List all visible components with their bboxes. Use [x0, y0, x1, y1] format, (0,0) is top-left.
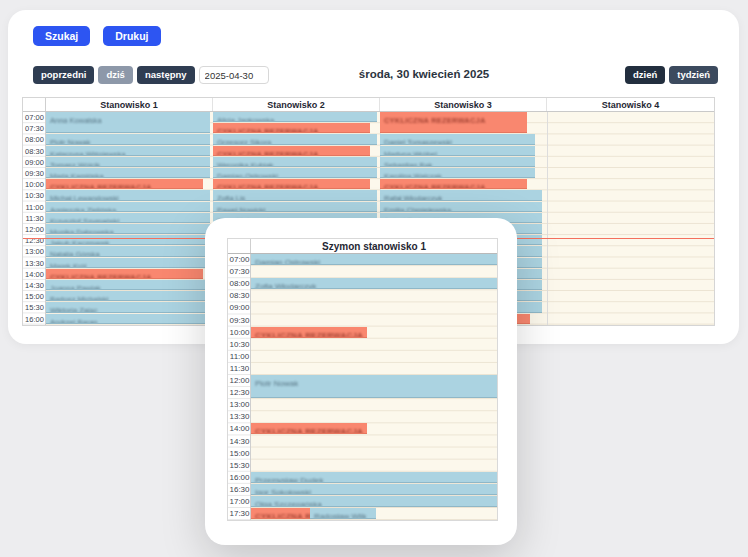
- event-label: Wiktoria Zając: [46, 305, 98, 312]
- reservation-event[interactable]: Bartosz Michalski: [46, 291, 210, 301]
- event-label: Damian Ostrowski: [251, 257, 320, 265]
- employee-schedule-modal: Szymon stanowisko 107:0007:3008:0008:300…: [205, 218, 517, 545]
- reservation-event[interactable]: Daniel Tomaszewski: [380, 134, 535, 144]
- column-divider: [547, 112, 548, 325]
- recurring-reservation-event[interactable]: CYKLICZNA REZERWACJA: [46, 269, 203, 279]
- event-label: Piotr Nowak: [251, 378, 298, 390]
- reservation-event[interactable]: Sebastian Bąk: [380, 157, 535, 167]
- reservation-event[interactable]: Paweł Nowicki: [213, 202, 377, 212]
- reservation-event[interactable]: Piotr Nowak: [46, 134, 210, 144]
- event-label: Natalia Górska: [46, 249, 100, 256]
- recurring-reservation-event[interactable]: CYKLICZNA REZERWACJA: [251, 423, 367, 434]
- reservation-event[interactable]: Grzegorz Sikora: [213, 134, 377, 144]
- time-label: 13:00: [228, 399, 251, 411]
- view-switch-group: dzień tydzień: [625, 66, 718, 84]
- time-label: 14:00: [228, 423, 251, 435]
- time-label: 07:30: [23, 123, 46, 134]
- reservation-event[interactable]: Andrzej Baran: [46, 314, 210, 324]
- event-label: Zofia Włodarczyk: [251, 281, 316, 289]
- reservation-event[interactable]: Jakub Kaczmarek: [46, 235, 210, 245]
- reservation-event[interactable]: Weronika Kubiak: [213, 157, 377, 167]
- time-label: 09:30: [23, 168, 46, 179]
- event-label: CYKLICZNA REZERWACJA: [213, 149, 319, 156]
- reservation-event[interactable]: Radosław Wilk: [310, 508, 376, 519]
- reservation-event[interactable]: Natalia Górska: [46, 246, 210, 256]
- reservation-event[interactable]: Michał Lewandowski: [46, 190, 210, 200]
- reservation-event[interactable]: Agnieszka Zielińska: [46, 202, 210, 212]
- event-label: CYKLICZNA REZERWACJA: [46, 182, 152, 189]
- time-label: 17:30: [228, 508, 251, 520]
- event-label: Krzysztof Szymański: [46, 216, 119, 223]
- reservation-event[interactable]: Anna Kowalska: [46, 112, 210, 133]
- recurring-reservation-event[interactable]: CYKLICZNA REZERWACJA: [46, 179, 203, 189]
- event-label: CYKLICZNA REZERWACJA: [46, 272, 152, 279]
- time-label: 13:00: [23, 246, 46, 257]
- time-label: 11:30: [23, 213, 46, 224]
- event-label: CYKLICZNA REZERWACJA: [380, 115, 486, 126]
- time-label: 10:00: [228, 327, 251, 339]
- recurring-reservation-event[interactable]: CYKLICZNA REZERWACJA: [213, 179, 370, 189]
- reservation-event[interactable]: Tomasz Wójcik: [46, 157, 210, 167]
- reservation-event[interactable]: Piotr Nowak: [251, 375, 497, 398]
- reservation-event[interactable]: Maria Kamińska: [46, 168, 210, 178]
- reservation-event[interactable]: Igor Sokołowski: [251, 484, 497, 495]
- event-label: Katarzyna Wiśniewska: [46, 149, 125, 156]
- event-label: Martyna Wróbel: [380, 149, 437, 156]
- event-label: Piotr Nowak: [46, 137, 90, 144]
- event-label: Sebastian Bąk: [380, 160, 432, 167]
- previous-day-button[interactable]: poprzedni: [33, 66, 94, 84]
- reservation-event[interactable]: Damian Ostrowski: [213, 168, 377, 178]
- event-label: Igor Sokołowski: [251, 487, 311, 495]
- event-label: Tomasz Wójcik: [46, 160, 100, 167]
- reservation-event[interactable]: Zofia Lis: [213, 190, 377, 200]
- reservation-event[interactable]: Marek Król: [46, 258, 210, 268]
- reservation-event[interactable]: Krzysztof Szymański: [46, 213, 210, 223]
- reservation-event[interactable]: Joanna Pawlak: [46, 280, 210, 290]
- event-label: Emilia Chmielewska: [380, 205, 451, 212]
- time-label: 11:00: [228, 351, 251, 363]
- time-label: 07:30: [228, 266, 251, 278]
- time-label: 08:00: [228, 278, 251, 290]
- recurring-reservation-event[interactable]: CYKLICZNA REZERWACJA: [213, 123, 370, 133]
- event-label: Karolina Walczak: [380, 171, 442, 178]
- event-label: CYKLICZNA REZERWACJA: [213, 126, 319, 133]
- week-view-button[interactable]: tydzień: [669, 66, 718, 84]
- recurring-reservation-event[interactable]: CYKLICZNA REZERWACJA: [251, 508, 310, 519]
- event-label: Daniel Tomaszewski: [380, 137, 452, 144]
- next-day-button[interactable]: następny: [137, 66, 195, 84]
- reservation-event[interactable]: Karolina Walczak: [380, 168, 535, 178]
- reservation-event[interactable]: Katarzyna Wiśniewska: [46, 146, 210, 156]
- reservation-event[interactable]: Wiktoria Zając: [46, 302, 210, 312]
- reservation-event[interactable]: Zofia Włodarczyk: [251, 278, 497, 289]
- print-button[interactable]: Drukuj: [103, 26, 160, 46]
- reservation-event[interactable]: Martyna Wróbel: [380, 146, 535, 156]
- recurring-reservation-event[interactable]: CYKLICZNA REZERWACJA: [213, 146, 370, 156]
- event-label: Bartosz Michalski: [46, 294, 108, 301]
- recurring-reservation-event[interactable]: CYKLICZNA REZERWACJA: [251, 327, 367, 338]
- event-label: Przemysław Dudek: [251, 475, 323, 483]
- day-view-button[interactable]: dzień: [625, 66, 665, 84]
- search-button[interactable]: Szukaj: [33, 26, 90, 46]
- time-label: 15:00: [228, 448, 251, 460]
- navigation-toolbar: poprzedni dziś następny środa, 30 kwieci…: [8, 66, 739, 86]
- column-header: Stanowisko 3: [380, 98, 547, 111]
- event-label: Anna Kowalska: [46, 115, 102, 126]
- time-label: 10:30: [23, 190, 46, 201]
- recurring-reservation-event[interactable]: CYKLICZNA REZERWACJA: [380, 112, 527, 133]
- event-label: CYKLICZNA REZERWACJA: [380, 182, 486, 189]
- reservation-event[interactable]: Alicja Jankowska: [213, 112, 377, 122]
- reservation-event[interactable]: Damian Ostrowski: [251, 254, 497, 265]
- reservation-event[interactable]: Monika Dąbrowska: [46, 224, 210, 234]
- time-label: 09:00: [23, 157, 46, 168]
- event-label: Damian Ostrowski: [213, 171, 278, 178]
- recurring-reservation-event[interactable]: CYKLICZNA REZERWACJA: [380, 179, 527, 189]
- reservation-event[interactable]: Olga Szczepańska: [251, 496, 497, 507]
- reservation-event[interactable]: Rafał Włodarczyk: [380, 190, 542, 200]
- date-input[interactable]: [199, 66, 269, 84]
- reservation-event[interactable]: Przemysław Dudek: [251, 472, 497, 483]
- time-label: 13:30: [228, 411, 251, 423]
- event-label: Jakub Kaczmarek: [46, 238, 110, 245]
- today-button[interactable]: dziś: [98, 66, 132, 84]
- action-toolbar: Szukaj Drukuj: [33, 26, 161, 46]
- reservation-event[interactable]: Emilia Chmielewska: [380, 202, 542, 212]
